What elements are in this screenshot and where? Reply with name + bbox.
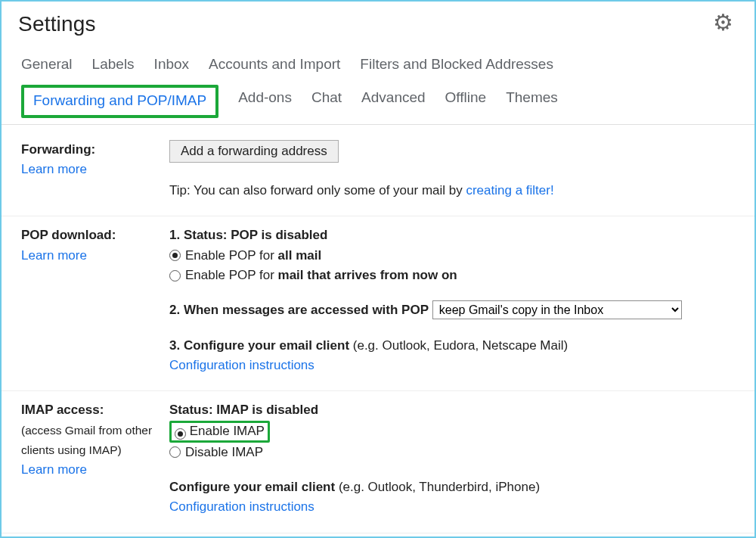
tab-forwarding[interactable]: Forwarding and POP/IMAP [33, 92, 206, 108]
add-forwarding-address-button[interactable]: Add a forwarding address [169, 140, 339, 163]
pop-radio1-text: Enable POP for [185, 248, 278, 263]
tab-themes[interactable]: Themes [506, 83, 558, 124]
pop-radio-new-mail[interactable]: Enable POP for mail that arrives from no… [169, 266, 742, 285]
imap-status-value: IMAP is disabled [216, 403, 318, 417]
imap-label: IMAP access: [21, 403, 104, 417]
forwarding-tip-text: Tip: You can also forward only some of y… [169, 183, 466, 197]
tab-forwarding-highlight: Forwarding and POP/IMAP [21, 85, 218, 118]
tab-addons[interactable]: Add-ons [238, 83, 292, 124]
pop-radio1-bold: all mail [278, 248, 322, 263]
tab-bar: General Labels Inbox Accounts and Import… [2, 44, 754, 125]
forwarding-label: Forwarding: [21, 142, 95, 157]
forwarding-learn-more-link[interactable]: Learn more [21, 162, 87, 176]
pop-radio2-bold: mail that arrives from now on [278, 268, 457, 282]
tab-filters[interactable]: Filters and Blocked Addresses [360, 50, 553, 83]
radio-icon [175, 428, 186, 440]
tab-labels[interactable]: Labels [92, 50, 135, 83]
radio-icon [169, 250, 181, 261]
imap-sublabel: (access Gmail from other clients using I… [21, 424, 152, 456]
forwarding-tip: Tip: You can also forward only some of y… [169, 181, 742, 201]
pop-status-prefix: 1. Status: [169, 228, 231, 242]
header: Settings ⚙ [2, 2, 754, 44]
imap-configuration-instructions-link[interactable]: Configuration instructions [169, 499, 314, 514]
pop-radio-all-mail[interactable]: Enable POP for all mail [169, 246, 742, 266]
section-imap: IMAP access: (access Gmail from other cl… [2, 391, 754, 533]
imap-status-prefix: Status: [169, 403, 216, 417]
settings-frame: Settings ⚙ General Labels Inbox Accounts… [0, 0, 756, 538]
tab-chat[interactable]: Chat [311, 83, 342, 124]
section-pop: POP download: Learn more 1. Status: POP … [2, 216, 754, 391]
pop-radio2-text: Enable POP for [185, 268, 278, 282]
pop-learn-more-link[interactable]: Learn more [21, 248, 87, 263]
section-forwarding: Forwarding: Learn more Add a forwarding … [2, 131, 754, 216]
imap-radio-disable-text: Disable IMAP [185, 443, 263, 462]
create-filter-link[interactable]: creating a filter! [466, 183, 553, 197]
imap-learn-more-link[interactable]: Learn more [21, 462, 87, 477]
footer: Save Changes Cancel [2, 533, 754, 538]
pop-configure-hint: (e.g. Outlook, Eudora, Netscape Mail) [349, 338, 568, 353]
tab-general[interactable]: General [21, 50, 73, 83]
pop-access-action-select[interactable]: keep Gmail's copy in the Inbox [432, 300, 682, 319]
imap-configure-label: Configure your email client [169, 480, 335, 494]
enable-imap-highlight: Enable IMAP [169, 421, 270, 443]
imap-radio-disable[interactable]: Disable IMAP [169, 443, 742, 462]
gear-icon: ⚙ [713, 10, 733, 35]
pop-status-value: POP is disabled [231, 228, 327, 242]
tab-accounts[interactable]: Accounts and Import [209, 50, 340, 83]
tab-inbox[interactable]: Inbox [154, 50, 189, 83]
imap-radio-enable-text: Enable IMAP [190, 424, 265, 438]
imap-radio-enable[interactable]: Enable IMAP [169, 421, 742, 443]
imap-configure-hint: (e.g. Outlook, Thunderbird, iPhone) [335, 480, 540, 494]
pop-configuration-instructions-link[interactable]: Configuration instructions [169, 358, 314, 372]
pop-access-label: 2. When messages are accessed with POP [169, 303, 429, 317]
radio-icon [169, 270, 181, 281]
pop-configure-label: 3. Configure your email client [169, 338, 349, 353]
pop-label: POP download: [21, 228, 116, 242]
content: Forwarding: Learn more Add a forwarding … [2, 125, 754, 538]
tab-advanced[interactable]: Advanced [361, 83, 426, 124]
tab-offline[interactable]: Offline [445, 83, 487, 124]
page-title: Settings [18, 12, 96, 36]
radio-icon [169, 446, 181, 458]
gear-icon-button[interactable]: ⚙ [713, 12, 739, 33]
